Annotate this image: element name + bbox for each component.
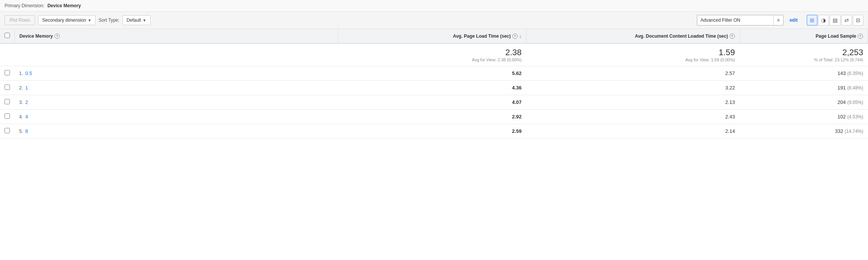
- sort-default-arrow-icon: ▼: [143, 18, 146, 22]
- filter-close-button[interactable]: ×: [773, 15, 783, 25]
- summary-checkbox-cell: [0, 43, 15, 66]
- page-load-sample-header-label: Page Load Sample: [816, 33, 856, 39]
- header-checkbox-cell: [0, 29, 15, 43]
- avg-doc-content-header-label: Avg. Document Content Loaded Time (sec): [635, 33, 728, 39]
- toolbar: Plot Rows Secondary dimension ▼ Sort Typ…: [0, 12, 868, 29]
- row-checkbox-cell: [0, 81, 15, 95]
- compare-view-button[interactable]: ⇄: [841, 15, 852, 26]
- summary-avg-doc-content-cell: 1.59 Avg for View: 1.59 (0.00%): [526, 43, 739, 66]
- primary-dimension-bar: Primary Dimension: Device Memory: [0, 0, 868, 12]
- row-rank: 5.: [19, 129, 23, 134]
- avg-doc-content-help-icon[interactable]: ?: [730, 33, 735, 39]
- row-checkbox-2[interactable]: [5, 99, 10, 104]
- secondary-dimension-label: Secondary dimension: [42, 18, 86, 23]
- summary-avg-page-load-sub: Avg for View: 2.38 (0.00%): [343, 57, 521, 62]
- device-memory-help-icon[interactable]: ?: [54, 33, 60, 39]
- summary-dimension-cell: [15, 43, 339, 66]
- row-avg-page-load: 5.62: [339, 66, 526, 81]
- device-memory-header-label: Device Memory: [19, 33, 53, 39]
- row-avg-page-load: 2.92: [339, 110, 526, 124]
- sort-default-dropdown[interactable]: Default ▼: [122, 15, 151, 25]
- row-rank: 4.: [19, 114, 23, 120]
- secondary-dimension-arrow-icon: ▼: [87, 18, 91, 22]
- header-avg-page-load: Avg. Page Load Time (sec) ? ↓: [339, 29, 526, 43]
- row-checkbox-3[interactable]: [5, 113, 10, 119]
- row-dimension-cell: 4. 4: [15, 110, 339, 124]
- table-row: 2. 1 4.36 3.22 191(8.48%): [0, 81, 868, 95]
- table-header-row: Device Memory ? Avg. Page Load Time (sec…: [0, 29, 868, 43]
- pie-view-button[interactable]: ◑: [818, 15, 829, 26]
- row-dimension-cell: 1. 0.5: [15, 66, 339, 81]
- row-avg-page-load: 2.59: [339, 124, 526, 139]
- row-avg-doc-content: 2.57: [526, 66, 739, 81]
- row-rank: 1.: [19, 71, 23, 76]
- secondary-dimension-dropdown[interactable]: Secondary dimension ▼: [38, 15, 95, 25]
- row-dimension-link[interactable]: 0.5: [25, 70, 32, 76]
- row-page-load-pct: (9.05%): [847, 100, 863, 105]
- header-device-memory: Device Memory ?: [15, 29, 339, 43]
- summary-avg-doc-content-sub: Avg for View: 1.59 (0.00%): [531, 57, 735, 62]
- row-page-load-sample: 204(9.05%): [739, 95, 868, 110]
- summary-avg-page-load-value: 2.38: [343, 48, 521, 57]
- row-avg-doc-content: 2.43: [526, 110, 739, 124]
- data-table: Device Memory ? Avg. Page Load Time (sec…: [0, 29, 868, 139]
- header-page-load-sample: Page Load Sample ?: [739, 29, 868, 43]
- advanced-filter-input[interactable]: [697, 16, 773, 25]
- summary-avg-page-load-cell: 2.38 Avg for View: 2.38 (0.00%): [339, 43, 526, 66]
- pivot-view-button[interactable]: ⊟: [853, 15, 863, 26]
- summary-page-load-sample-value: 2,253: [744, 48, 863, 57]
- row-avg-page-load: 4.36: [339, 81, 526, 95]
- row-avg-doc-content: 2.13: [526, 95, 739, 110]
- row-avg-page-load: 4.07: [339, 95, 526, 110]
- row-page-load-pct: (6.35%): [847, 71, 863, 76]
- table-row: 1. 0.5 5.62 2.57 143(6.35%): [0, 66, 868, 81]
- row-checkbox-cell: [0, 66, 15, 81]
- view-icons-group: ⊞ ◑ ▤ ⇄ ⊟: [807, 15, 863, 26]
- table-view-button[interactable]: ⊞: [807, 15, 817, 26]
- row-dimension-cell: 5. 8: [15, 124, 339, 139]
- row-dimension-cell: 2. 1: [15, 81, 339, 95]
- summary-row: 2.38 Avg for View: 2.38 (0.00%) 1.59 Avg…: [0, 43, 868, 66]
- table-row: 5. 8 2.59 2.14 332(14.74%): [0, 124, 868, 139]
- row-page-load-sample: 332(14.74%): [739, 124, 868, 139]
- row-dimension-link[interactable]: 2: [25, 99, 28, 105]
- page-load-sample-help-icon[interactable]: ?: [858, 33, 863, 39]
- select-all-checkbox[interactable]: [5, 33, 10, 38]
- plot-rows-button[interactable]: Plot Rows: [5, 15, 35, 25]
- row-page-load-pct: (4.53%): [847, 114, 863, 120]
- row-page-load-sample: 191(8.48%): [739, 81, 868, 95]
- advanced-filter-box: ×: [697, 15, 783, 26]
- row-avg-doc-content: 3.22: [526, 81, 739, 95]
- row-dimension-link[interactable]: 1: [25, 85, 28, 91]
- row-checkbox-cell: [0, 110, 15, 124]
- row-avg-doc-content: 2.14: [526, 124, 739, 139]
- avg-page-load-help-icon[interactable]: ?: [512, 33, 518, 39]
- summary-avg-doc-content-value: 1.59: [531, 48, 735, 57]
- row-checkbox-cell: [0, 95, 15, 110]
- sort-arrow-icon: ↓: [519, 33, 521, 39]
- primary-dimension-value: Device Memory: [48, 3, 81, 8]
- row-page-load-pct: (8.48%): [847, 85, 863, 91]
- sort-type-label: Sort Type:: [99, 18, 119, 23]
- table-row: 3. 2 4.07 2.13 204(9.05%): [0, 95, 868, 110]
- row-dimension-cell: 3. 2: [15, 95, 339, 110]
- row-page-load-pct: (14.74%): [845, 129, 863, 134]
- row-checkbox-4[interactable]: [5, 128, 10, 133]
- row-rank: 2.: [19, 85, 23, 91]
- row-page-load-sample: 102(4.53%): [739, 110, 868, 124]
- row-checkbox-1[interactable]: [5, 85, 10, 90]
- summary-page-load-sample-cell: 2,253 % of Total: 23.12% (9,744): [739, 43, 868, 66]
- bar-view-button[interactable]: ▤: [830, 15, 841, 26]
- row-dimension-link[interactable]: 4: [25, 114, 28, 120]
- filter-edit-button[interactable]: edit: [787, 16, 801, 25]
- row-checkbox-0[interactable]: [5, 70, 10, 75]
- summary-page-load-sample-sub: % of Total: 23.12% (9,744): [744, 57, 863, 62]
- sort-default-label: Default: [127, 18, 141, 23]
- row-dimension-link[interactable]: 8: [25, 128, 28, 134]
- row-rank: 3.: [19, 100, 23, 105]
- row-checkbox-cell: [0, 124, 15, 139]
- primary-dimension-label: Primary Dimension:: [5, 3, 45, 8]
- table-row: 4. 4 2.92 2.43 102(4.53%): [0, 110, 868, 124]
- header-avg-doc-content: Avg. Document Content Loaded Time (sec) …: [526, 29, 739, 43]
- row-page-load-sample: 143(6.35%): [739, 66, 868, 81]
